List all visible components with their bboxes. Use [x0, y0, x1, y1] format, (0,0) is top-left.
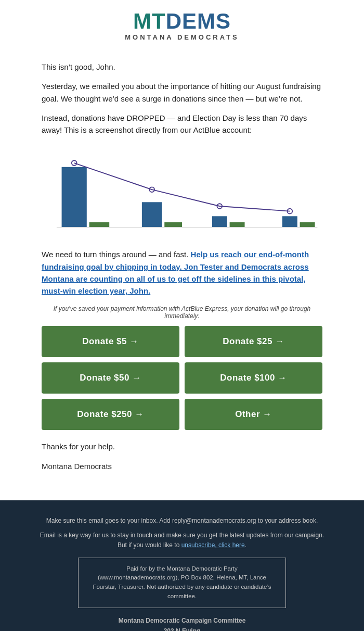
- footer-address: Montana Democratic Campaign Committee 30…: [31, 615, 333, 631]
- para-2: Yesterday, we emailed you about the impo…: [42, 80, 322, 105]
- chart-bar-3: [212, 217, 227, 228]
- chart-svg: [42, 150, 322, 234]
- footer-stay-touch: Email is a key way for us to stay in tou…: [31, 531, 333, 550]
- chart-green-bar-2: [164, 222, 182, 228]
- chart-green-bar-3: [230, 222, 245, 228]
- logo-sub: MONTANA DEMOCRATS: [0, 33, 364, 41]
- closing-thanks: Thanks for your help.: [42, 440, 322, 452]
- footer-legal-box: Paid for by the Montana Democratic Party…: [78, 558, 286, 608]
- footer-legal: Paid for by the Montana Democratic Party…: [93, 565, 271, 599]
- donate-grid: Donate $5 → Donate $25 → Donate $50 → Do…: [42, 326, 322, 430]
- footer-addr-street: 303 N Ewing: [164, 627, 201, 631]
- donate-25-button[interactable]: Donate $25 →: [185, 326, 322, 357]
- footer-unsub: But if you would like to unsubscribe, cl…: [118, 541, 246, 549]
- para-1: This isn’t good, John.: [42, 61, 322, 73]
- para-3: Instead, donations have DROPPED — and El…: [42, 112, 322, 136]
- para-cta-before: We need to turn things around — and fast…: [42, 250, 191, 259]
- donate-100-button[interactable]: Donate $100 →: [185, 362, 322, 394]
- chart-dot-1: [72, 161, 77, 166]
- chart-area: [42, 145, 322, 239]
- logo-dems: DEMS: [166, 9, 231, 33]
- para-cta: We need to turn things around — and fast…: [42, 248, 322, 297]
- chart-svg-wrap: [42, 150, 322, 234]
- donate-5-button[interactable]: Donate $5 →: [42, 326, 179, 357]
- chart-trendline: [74, 163, 290, 211]
- chart-bar-4: [282, 217, 297, 228]
- logo-area: MTDEMS MONTANA DEMOCRATS: [0, 0, 364, 51]
- donate-250-button[interactable]: Donate $250 →: [42, 399, 179, 430]
- footer-inbox-note: Make sure this email goes to your inbox.…: [31, 516, 333, 526]
- footer-addr-name: Montana Democratic Campaign Committee: [119, 617, 246, 624]
- donate-50-button[interactable]: Donate $50 →: [42, 362, 179, 394]
- closing-org: Montana Democrats: [42, 460, 322, 472]
- email-body: This isn’t good, John. Yesterday, we ema…: [0, 51, 364, 495]
- donate-other-button[interactable]: Other →: [185, 399, 322, 430]
- actblue-note: If you’ve saved your payment information…: [42, 305, 322, 320]
- footer: Make sure this email goes to your inbox.…: [0, 500, 364, 631]
- logo-text: MTDEMS: [0, 10, 364, 32]
- email-container: MTDEMS MONTANA DEMOCRATS This isn’t good…: [0, 0, 364, 631]
- chart-green-bar-1: [89, 222, 110, 228]
- chart-bar-2: [142, 203, 162, 228]
- chart-green-bar-4: [300, 222, 315, 228]
- chart-bar-1: [62, 167, 87, 228]
- unsubscribe-link[interactable]: unsubscribe, click here: [181, 541, 245, 549]
- logo-mt: MT: [133, 9, 166, 33]
